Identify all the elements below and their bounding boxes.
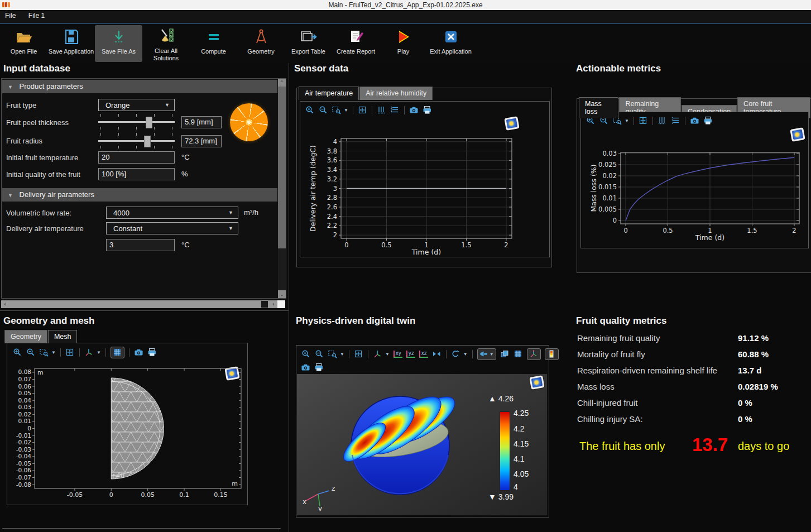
view-xz-button[interactable]: xz (419, 351, 428, 358)
clear-all-solutions-button[interactable]: Clear All Solutions (142, 25, 190, 62)
chevron-down-icon[interactable]: ▼ (340, 352, 344, 357)
slider-handle[interactable] (144, 136, 151, 147)
print-icon[interactable] (147, 348, 157, 357)
zoom-out-icon[interactable] (314, 349, 324, 359)
view-xy-button[interactable]: xy (393, 351, 402, 358)
product-parameters-header[interactable]: ▼ Product parameters (2, 80, 277, 93)
show-colorbar-toggle[interactable] (545, 348, 559, 360)
svg-text:3.2: 3.2 (327, 175, 337, 183)
zoom-extents-icon[interactable] (65, 348, 75, 357)
flow-rate-select[interactable]: 4000 ▼ (106, 207, 238, 219)
show-axes-toggle[interactable] (527, 348, 541, 360)
rotate-icon[interactable] (451, 349, 460, 359)
twin-3d-scene[interactable]: ▲ 4.26 4.25 4.2 4.15 4.1 4.05 4 ▼ 3.99 x… (297, 374, 547, 515)
chevron-down-icon[interactable]: ▼ (385, 352, 390, 357)
delivery-air-header[interactable]: ▼ Delivery air parameters (2, 188, 277, 202)
zoom-in-icon[interactable] (305, 106, 314, 115)
zoom-in-icon[interactable] (12, 348, 22, 357)
zoom-extents-icon[interactable] (639, 116, 648, 126)
zoom-in-icon[interactable] (301, 349, 310, 359)
axis-orientation-icon[interactable] (84, 348, 94, 357)
fruit-radius-slider[interactable] (98, 131, 175, 150)
print-icon[interactable] (314, 363, 324, 372)
menu-file1[interactable]: File 1 (23, 10, 50, 21)
tab-air-relative-humidity[interactable]: Air relative humidity (359, 87, 433, 100)
metric-value: 0 % (738, 414, 752, 424)
svg-text:0.005: 0.005 (598, 205, 617, 213)
mesh-plot[interactable]: -0.0500.050.10.150.080.070.060.050.040.0… (8, 362, 244, 502)
export-table-button[interactable]: Export Table (285, 25, 332, 62)
play-button[interactable]: Play (380, 25, 427, 62)
scene-light-button[interactable]: ▼ (477, 348, 496, 360)
snapshot-camera-icon[interactable] (409, 106, 419, 115)
grid-toggle-button[interactable] (111, 347, 124, 358)
peel-thickness-slider[interactable] (98, 112, 175, 131)
scroll-right-icon[interactable]: › (270, 300, 277, 308)
save-application-button[interactable]: Save Application (47, 25, 95, 62)
geometry-button[interactable]: Geometry (237, 25, 285, 62)
compute-button[interactable]: Compute (190, 25, 237, 62)
scroll-down-icon[interactable]: ⌄ (278, 290, 286, 298)
geomesh-tabs: Geometry Mesh (4, 330, 78, 343)
print-icon[interactable] (703, 116, 713, 126)
metric-label: Mortality of fruit fly (577, 349, 645, 359)
view-yz-button[interactable]: yz (406, 351, 415, 358)
vertical-splitter[interactable] (289, 63, 289, 532)
scrollbar-thumb[interactable] (278, 87, 286, 248)
left-horizontal-splitter[interactable] (0, 310, 289, 311)
flip-view-icon[interactable] (432, 349, 442, 359)
zoom-box-icon[interactable] (328, 349, 337, 359)
open-file-button[interactable]: Open File (0, 25, 47, 62)
chevron-down-icon[interactable]: ▼ (51, 350, 56, 355)
tab-mesh[interactable]: Mesh (48, 330, 78, 343)
initial-temperature-input[interactable]: 20 (98, 151, 175, 164)
mass-loss-chart[interactable]: 00.511.5200.0050.010.0150.020.0250.03Tim… (580, 128, 809, 247)
chevron-down-icon[interactable]: ▼ (490, 352, 494, 357)
svg-text:-0.01: -0.01 (16, 432, 31, 439)
peel-thickness-value[interactable]: 5.9 [mm] (181, 116, 222, 128)
air-temp-input[interactable]: 3 (106, 239, 175, 251)
zoom-box-icon[interactable] (332, 106, 341, 115)
axis-triad: x y z (301, 483, 337, 511)
grid-icon[interactable] (514, 349, 523, 359)
save-file-as-button[interactable]: Save File As (95, 25, 142, 62)
scroll-up-icon[interactable]: ⌃ (278, 79, 286, 87)
transparency-icon[interactable] (500, 349, 510, 359)
fruit-radius-value[interactable]: 72.3 [mm] (181, 135, 222, 147)
y-grid-icon[interactable] (377, 106, 386, 115)
menu-file[interactable]: File (0, 10, 21, 21)
snapshot-camera-icon[interactable] (690, 116, 699, 126)
horizontal-scrollbar[interactable]: ‹ › (1, 300, 277, 308)
chevron-down-icon[interactable]: ▼ (625, 118, 629, 123)
x-grid-icon[interactable] (671, 116, 680, 126)
sensor-chart[interactable]: 00.511.5222.22.42.62.833.23.43.63.84Time… (300, 116, 548, 255)
x-grid-icon[interactable] (390, 106, 400, 115)
scroll-left-icon[interactable]: ‹ (1, 300, 9, 308)
zoom-extents-icon[interactable] (354, 349, 363, 359)
tab-geometry[interactable]: Geometry (4, 330, 47, 343)
actionable-metrics-title: Actionable metrics (576, 63, 661, 74)
exit-application-button[interactable]: Exit Application (427, 25, 474, 62)
scrollbar-thumb[interactable] (261, 301, 268, 308)
air-temp-mode-select[interactable]: Constant ▼ (106, 222, 238, 234)
y-grid-icon[interactable] (658, 116, 667, 126)
print-icon[interactable] (423, 106, 432, 115)
chevron-down-icon[interactable]: ▼ (344, 108, 348, 113)
zoom-out-icon[interactable] (26, 348, 35, 357)
fruit-type-select[interactable]: Orange ▼ (98, 99, 175, 111)
create-report-button[interactable]: Create Report (332, 25, 380, 62)
snapshot-camera-icon[interactable] (301, 363, 310, 372)
chevron-down-icon[interactable]: ▼ (97, 350, 101, 355)
zoom-box-icon[interactable] (39, 348, 49, 357)
zoom-extents-icon[interactable] (358, 106, 367, 115)
vertical-scrollbar[interactable]: ⌃ ⌄ (278, 79, 286, 298)
zoom-out-icon[interactable] (318, 106, 328, 115)
axis-orientation-icon[interactable] (373, 349, 382, 359)
initial-quality-input[interactable]: 100 [%] (98, 168, 175, 180)
metric-value: 13.7 d (738, 366, 762, 375)
chevron-down-icon[interactable]: ▼ (463, 352, 468, 357)
snapshot-camera-icon[interactable] (134, 348, 143, 357)
tab-air-temperature[interactable]: Air temperature (299, 87, 359, 100)
slider-handle[interactable] (146, 117, 152, 128)
tab-mass-loss[interactable]: Mass loss (579, 97, 618, 118)
